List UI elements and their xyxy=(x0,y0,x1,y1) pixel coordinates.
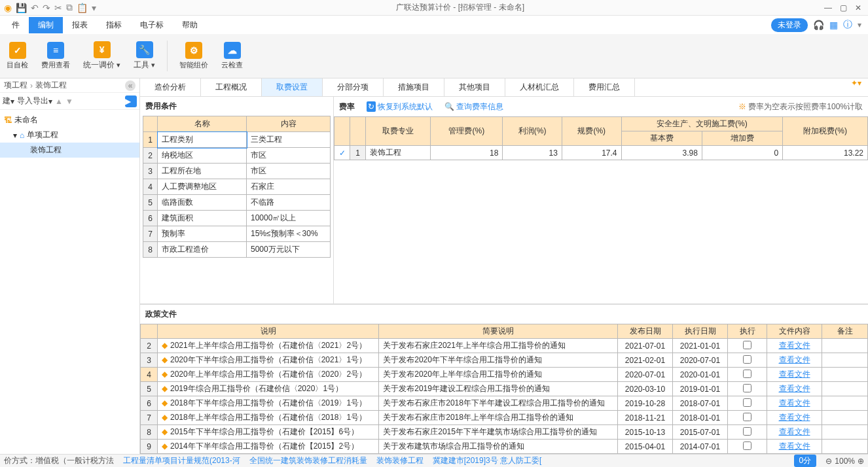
run-icon[interactable]: ▶ xyxy=(125,95,137,107)
move-down-icon[interactable]: ▼ xyxy=(65,97,73,106)
execute-checkbox[interactable] xyxy=(743,384,751,392)
content-tabs: 造价分析 工程概况 取费设置 分部分项 措施项目 其他项目 人材机汇总 费用汇总… xyxy=(140,78,868,97)
rate-note: ※ 费率为空表示按照费率100%计取 xyxy=(738,101,863,112)
reset-default-link[interactable]: ↻恢复到系统默认 xyxy=(367,101,433,112)
view-file-link[interactable]: 查看文件 xyxy=(779,427,810,436)
search-icon: 🔍 xyxy=(444,102,454,111)
status-deco[interactable]: 装饰装修工程 xyxy=(376,455,424,466)
policy-panel: 政策文件 说明 简要说明 发布日期 执行日期 执行 文件内容 备注 2◆2021… xyxy=(140,304,868,454)
import-export-button[interactable]: 导入导出 ▾ xyxy=(17,95,52,107)
login-button[interactable]: 未登录 xyxy=(771,18,808,32)
view-file-link[interactable]: 查看文件 xyxy=(779,370,810,379)
menu-file[interactable]: 件 xyxy=(3,17,29,33)
menu-ebid[interactable]: 电子标 xyxy=(131,17,173,33)
ribbon-cloud-check[interactable]: ☁云检查 xyxy=(215,37,249,75)
execute-checkbox[interactable] xyxy=(743,441,751,450)
col-reg: 规费(%) xyxy=(562,117,621,146)
view-file-link[interactable]: 查看文件 xyxy=(779,384,810,393)
table-row[interactable]: 2◆2021年上半年综合用工指导价（石建价信〈2021〉2号）关于发布石家庄20… xyxy=(141,339,868,353)
execute-checkbox[interactable] xyxy=(743,398,751,407)
status-national[interactable]: 全国统一建筑装饰装修工程消耗量 xyxy=(249,455,367,466)
table-row[interactable]: 3◆2020年下半年综合用工指导价（石建价信〈2021〉1号）关于发布2020年… xyxy=(141,353,868,368)
execute-checkbox[interactable] xyxy=(743,413,751,421)
status-doc[interactable]: 冀建建市[2019]3号 意人防工委[ xyxy=(433,455,542,466)
table-row[interactable]: 6◆2018年下半年综合用工指导价（石建价信〈2019〉1号）关于发布石家庄市2… xyxy=(141,396,868,411)
tree-root[interactable]: 🏗未命名 xyxy=(0,112,139,128)
ribbon-fee-view[interactable]: ≡费用查看 xyxy=(35,37,77,75)
headset-icon[interactable]: 🎧 xyxy=(813,20,824,30)
tab-project-overview[interactable]: 工程概况 xyxy=(201,78,262,96)
rate-row-check[interactable]: ✓ xyxy=(335,146,350,160)
view-file-link[interactable]: 查看文件 xyxy=(779,341,810,350)
qat-dropdown-icon[interactable]: ▾ xyxy=(92,3,96,13)
redo-icon[interactable]: ↷ xyxy=(43,3,50,13)
move-up-icon[interactable]: ▲ xyxy=(55,97,63,106)
execute-checkbox[interactable] xyxy=(743,370,751,378)
undo-icon[interactable]: ↶ xyxy=(31,3,39,13)
crumb-root[interactable]: 项工程 xyxy=(4,80,27,91)
ribbon: ✓目自检 ≡费用查看 ¥统一调价 ▾ 🔧工具 ▾ ⚙智能组价 ☁云检查 xyxy=(0,34,868,78)
expand-icon[interactable]: ▾ xyxy=(13,131,17,140)
collapse-icon[interactable]: « xyxy=(125,80,136,91)
view-file-link[interactable]: 查看文件 xyxy=(779,398,810,407)
minimize-icon[interactable]: — xyxy=(824,3,832,12)
policy-title: 政策文件 xyxy=(140,305,868,324)
table-row[interactable]: 9◆2014年下半年综合用工指导价（石建价【2015】2号）关于发布建筑市场综合… xyxy=(141,440,868,454)
ribbon-self-check[interactable]: ✓目自检 xyxy=(0,37,35,75)
view-file-link[interactable]: 查看文件 xyxy=(779,441,810,451)
query-rate-link[interactable]: 🔍查询费率信息 xyxy=(444,101,503,112)
tab-measure[interactable]: 措施项目 xyxy=(384,78,444,96)
rate-toolbar: 费率 ↻恢复到系统默认 🔍查询费率信息 ※ 费率为空表示按照费率100%计取 xyxy=(334,97,868,116)
save-icon[interactable]: 💾 xyxy=(16,3,27,13)
tab-labor-summary[interactable]: 人材机汇总 xyxy=(505,78,574,96)
new-button[interactable]: 建 ▾ xyxy=(3,95,14,107)
ribbon-unify-price[interactable]: ¥统一调价 ▾ xyxy=(77,37,127,75)
crumb-current: 装饰工程 xyxy=(35,80,67,91)
tree-item-single[interactable]: ▾⌂单项工程 xyxy=(0,128,139,143)
maximize-icon[interactable]: ▢ xyxy=(840,3,847,12)
tab-subsection[interactable]: 分部分项 xyxy=(323,78,384,96)
gear-icon[interactable]: ✦▾ xyxy=(844,78,868,96)
status-spec[interactable]: 工程量清单项目计量规范(2013-河 xyxy=(123,455,240,466)
menu-help[interactable]: 帮助 xyxy=(173,17,207,33)
zoom-out-icon[interactable]: ⊖ xyxy=(825,457,832,466)
copy-icon[interactable]: ⧉ xyxy=(66,2,73,13)
col-base: 基本费 xyxy=(621,131,702,146)
project-pane: 项工程 › 装饰工程 « 建 ▾ 导入导出 ▾ ▲ ▼ ▶ 🏗未命名 ▾⌂单项工… xyxy=(0,78,140,454)
policy-table: 说明 简要说明 发布日期 执行日期 执行 文件内容 备注 2◆2021年上半年综… xyxy=(140,324,868,454)
tab-fee-summary[interactable]: 费用汇总 xyxy=(574,78,635,96)
table-row[interactable]: 7◆2018年上半年综合用工指导价（石建价信〈2018〉1号）关于发布石家庄市2… xyxy=(141,411,868,425)
cut-icon[interactable]: ✂ xyxy=(54,3,62,13)
menu-compile[interactable]: 编制 xyxy=(29,17,63,33)
menu-index[interactable]: 指标 xyxy=(97,17,131,33)
tab-other[interactable]: 其他项目 xyxy=(444,78,505,96)
col-exe-date: 执行日期 xyxy=(673,324,728,339)
execute-checkbox[interactable] xyxy=(743,341,751,349)
tab-price-analysis[interactable]: 造价分析 xyxy=(140,78,201,96)
execute-checkbox[interactable] xyxy=(743,355,751,364)
ribbon-smart-price[interactable]: ⚙智能组价 xyxy=(173,37,215,75)
login-area: 未登录 🎧 ▦ ⓘ ▾ xyxy=(771,18,868,32)
ribbon-tools[interactable]: 🔧工具 ▾ xyxy=(127,37,162,75)
fee-rate-panel: 费率 ↻恢复到系统默认 🔍查询费率信息 ※ 费率为空表示按照费率100%计取 取… xyxy=(334,97,868,303)
menu-report[interactable]: 报表 xyxy=(63,17,97,33)
table-row[interactable]: 4◆2020年上半年综合用工指导价（石建价信〈2020〉2号）关于发布2020年… xyxy=(141,368,868,382)
info-icon[interactable]: ⓘ xyxy=(843,19,852,31)
table-row[interactable]: 5◆2019年综合用工指导价（石建价信〈2020〉1号）关于发布2019年建设工… xyxy=(141,382,868,396)
title-bar: ◉ 💾 ↶ ↷ ✂ ⧉ 📋 ▾ 广联达预算计价 - [招标管理 - 未命名] —… xyxy=(0,0,868,16)
menu-dropdown-icon[interactable]: ▾ xyxy=(858,20,861,29)
execute-checkbox[interactable] xyxy=(743,427,751,436)
col-tax: 附加税费(%) xyxy=(783,117,868,146)
apps-icon[interactable]: ▦ xyxy=(829,20,838,30)
zoom-in-icon[interactable]: ⊕ xyxy=(858,457,864,466)
view-file-link[interactable]: 查看文件 xyxy=(779,413,810,422)
col-pub: 发布日期 xyxy=(618,324,673,339)
close-icon[interactable]: ✕ xyxy=(855,3,861,12)
tab-fee-setting[interactable]: 取费设置 xyxy=(262,78,323,96)
col-brief: 简要说明 xyxy=(379,324,618,339)
table-row[interactable]: 8◆2015年下半年综合用工指导价（石建价【2015】6号）关于发布石家庄201… xyxy=(141,425,868,440)
tree-item-decoration[interactable]: 装饰工程 xyxy=(0,143,139,158)
col-safe: 安全生产、文明施工费(%) xyxy=(621,117,783,131)
view-file-link[interactable]: 查看文件 xyxy=(779,355,810,364)
paste-icon[interactable]: 📋 xyxy=(77,3,88,13)
